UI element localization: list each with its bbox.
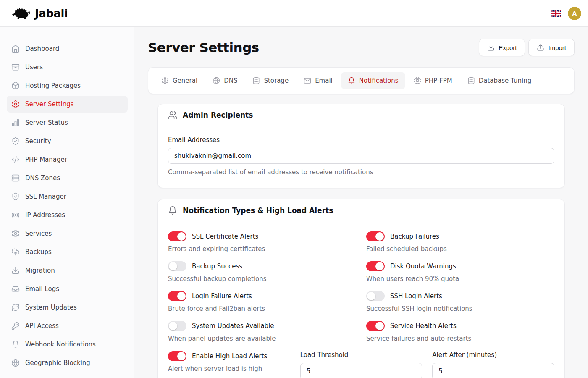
- sidebar-item-system-updates[interactable]: System Updates: [7, 299, 128, 316]
- admin-recipients-card: Admin Recipients Email Addresses Comma-s…: [158, 104, 565, 188]
- tab-storage[interactable]: Storage: [246, 72, 295, 89]
- sidebar-item-geographic-blocking[interactable]: Geographic Blocking: [7, 354, 128, 371]
- toggle-knob: [375, 262, 384, 270]
- service-health-alerts-toggle[interactable]: [366, 321, 385, 331]
- load-threshold-field: Load Threshold: [300, 351, 423, 378]
- sidebar-item-label: Server Settings: [25, 100, 74, 108]
- sidebar-item-migration[interactable]: Migration: [7, 262, 128, 279]
- user-avatar[interactable]: A: [568, 7, 581, 20]
- mail-icon: [304, 77, 311, 84]
- sidebar-item-ip-addresses[interactable]: IP Addresses: [7, 207, 128, 223]
- export-button-label: Export: [499, 44, 517, 51]
- toggle-knob: [169, 322, 177, 330]
- toggle-description: Successful SSH login notifications: [366, 305, 554, 312]
- toggle-description: When panel updates are available: [168, 335, 356, 342]
- toggle-description: Service failures and auto-restarts: [366, 335, 554, 342]
- archive-icon: [11, 63, 20, 71]
- disk-quota-warnings-toggle[interactable]: [366, 261, 385, 271]
- tab-php-fpm[interactable]: PHP-FPM: [407, 72, 459, 89]
- tab-dns[interactable]: DNS: [206, 72, 244, 89]
- users-icon: [168, 110, 177, 120]
- sidebar-item-services[interactable]: Services: [7, 225, 128, 242]
- toggle-knob: [177, 292, 186, 300]
- gear-icon: [11, 100, 20, 108]
- sidebar-item-label: API Access: [25, 322, 59, 330]
- export-button[interactable]: Export: [479, 39, 525, 56]
- download-icon: [11, 266, 20, 275]
- bell-icon: [168, 206, 177, 215]
- toggle-item-login-failure-alerts: Login Failure Alerts Brute force and Fai…: [168, 291, 356, 312]
- page-title: Server Settings: [148, 40, 259, 55]
- alert-after-input[interactable]: [432, 363, 554, 378]
- toggle-label: System Updates Available: [192, 322, 274, 330]
- ssh-login-alerts-toggle[interactable]: [366, 291, 385, 301]
- bar-chart-icon: [11, 118, 20, 127]
- sidebar-item-label: Users: [25, 63, 43, 71]
- globe-icon: [11, 359, 20, 367]
- toggle-knob: [367, 292, 375, 300]
- backup-failures-toggle[interactable]: [366, 231, 385, 242]
- ssl-certificate-alerts-toggle[interactable]: [168, 231, 186, 242]
- sidebar-item-label: SSL Manager: [25, 193, 66, 200]
- login-failure-alerts-toggle[interactable]: [168, 291, 186, 301]
- enable-high-load-alerts-toggle[interactable]: [168, 351, 186, 361]
- server-icon: [11, 174, 20, 182]
- toggle-item-backup-failures: Backup Failures Failed scheduled backups: [366, 231, 554, 253]
- sidebar-item-hosting-packages[interactable]: Hosting Packages: [7, 77, 128, 94]
- brand-logo[interactable]: Jabali: [12, 6, 68, 20]
- sidebar-item-label: Webhook Notifications: [25, 341, 96, 348]
- system-updates-available-toggle[interactable]: [168, 321, 186, 331]
- tab-label: DNS: [224, 77, 237, 84]
- sidebar-item-label: PHP Manager: [25, 156, 67, 163]
- load-threshold-input[interactable]: [300, 363, 423, 378]
- sidebar-item-email-logs[interactable]: Email Logs: [7, 281, 128, 297]
- code-icon: [11, 155, 20, 164]
- sidebar-item-php-manager[interactable]: PHP Manager: [7, 151, 128, 168]
- tab-notifications[interactable]: Notifications: [341, 72, 405, 89]
- tab-label: Email: [315, 77, 333, 84]
- sidebar-item-label: Email Logs: [25, 285, 59, 293]
- sidebar-item-label: Geographic Blocking: [25, 359, 90, 367]
- toggle-item-system-updates-available: System Updates Available When panel upda…: [168, 321, 356, 342]
- sidebar-item-dashboard[interactable]: Dashboard: [7, 40, 128, 57]
- sidebar-item-server-settings[interactable]: Server Settings: [7, 96, 128, 113]
- toggle-description: Errors and expiring certificates: [168, 245, 356, 253]
- sidebar-item-ssl-manager[interactable]: SSL Manager: [7, 188, 128, 205]
- sidebar-item-label: Migration: [25, 267, 55, 274]
- sidebar-item-server-status[interactable]: Server Status: [7, 114, 128, 131]
- tab-label: Storage: [264, 77, 289, 84]
- sidebar-item-label: Server Status: [25, 119, 68, 126]
- toggle-label: Disk Quota Warnings: [390, 262, 456, 270]
- sidebar-item-backups[interactable]: Backups: [7, 244, 128, 260]
- toggle-description: Successful backup completions: [168, 275, 356, 283]
- toggle-item-disk-quota-warnings: Disk Quota Warnings When users reach 90%…: [366, 261, 554, 283]
- sidebar-item-label: Backups: [25, 248, 52, 256]
- sidebar-item-label: Services: [25, 230, 52, 237]
- alert-after-field: Alert After (minutes): [432, 351, 554, 378]
- upload-icon: [537, 44, 544, 51]
- tab-general[interactable]: General: [155, 72, 204, 89]
- sidebar-item-users[interactable]: Users: [7, 59, 128, 76]
- boar-logo-icon: [12, 6, 31, 20]
- backup-success-toggle[interactable]: [168, 261, 186, 271]
- sidebar-item-dns-zones[interactable]: DNS Zones: [7, 170, 128, 186]
- email-addresses-input[interactable]: [168, 148, 554, 164]
- sidebar-item-label: Dashboard: [25, 45, 59, 52]
- tab-database-tuning[interactable]: Database Tuning: [461, 72, 538, 89]
- toggle-knob: [375, 322, 384, 330]
- toggle-knob: [375, 232, 384, 241]
- shield-check-icon: [11, 192, 20, 201]
- sidebar-item-api-access[interactable]: API Access: [7, 318, 128, 334]
- sidebar-item-security[interactable]: Security: [7, 133, 128, 150]
- language-flag-icon[interactable]: [551, 10, 561, 17]
- tab-email[interactable]: Email: [297, 72, 339, 89]
- toggle-knob: [177, 232, 186, 241]
- database-icon: [467, 77, 475, 84]
- home-icon: [11, 45, 20, 53]
- toggle-item-ssh-login-alerts: SSH Login Alerts Successful SSH login no…: [366, 291, 554, 312]
- sidebar-item-webhook-notifications[interactable]: Webhook Notifications: [7, 336, 128, 353]
- import-button[interactable]: Import: [528, 39, 575, 56]
- sidebar-item-label: DNS Zones: [25, 174, 60, 182]
- notification-types-card: Notification Types & High Load Alerts SS…: [158, 199, 565, 378]
- email-addresses-label: Email Addresses: [168, 136, 554, 144]
